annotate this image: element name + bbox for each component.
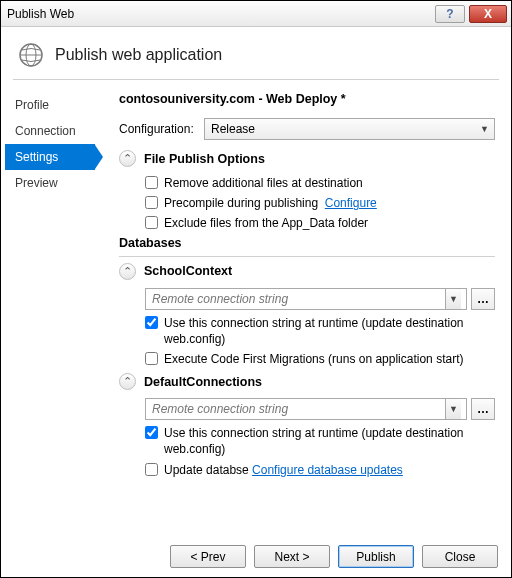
schoolcontext-browse-button[interactable]: … (471, 288, 495, 310)
close-window-button[interactable]: X (469, 5, 507, 23)
configuration-row: Configuration: Release ▼ (119, 118, 495, 140)
prev-button[interactable]: < Prev (170, 545, 246, 568)
help-button[interactable]: ? (435, 5, 465, 23)
file-publish-header[interactable]: ⌃ File Publish Options (119, 150, 495, 167)
window-title: Publish Web (7, 7, 435, 21)
wizard-sidebar: Profile Connection Settings Preview (5, 92, 101, 482)
defaultconnections-opts: Use this connection string at runtime (u… (119, 425, 495, 478)
sidebar-item-preview[interactable]: Preview (5, 170, 95, 196)
configure-db-updates-link[interactable]: Configure database updates (252, 463, 403, 477)
schoolcontext-opts: Use this connection string at runtime (u… (119, 315, 495, 368)
defaultconnections-browse-button[interactable]: … (471, 398, 495, 420)
schoolcontext-connection-input[interactable]: Remote connection string ▼ (145, 288, 467, 310)
dialog-footer: < Prev Next > Publish Close (170, 545, 498, 568)
publish-button[interactable]: Publish (338, 545, 414, 568)
collapse-icon: ⌃ (119, 150, 136, 167)
sidebar-item-connection[interactable]: Connection (5, 118, 95, 144)
chevron-down-icon: ▼ (480, 124, 489, 134)
dialog-body: Profile Connection Settings Preview cont… (1, 80, 511, 482)
schoolcontext-migrations-checkbox[interactable]: Execute Code First Migrations (runs on a… (145, 351, 495, 367)
schoolcontext-use-conn-checkbox[interactable]: Use this connection string at runtime (u… (145, 315, 495, 347)
chevron-down-icon: ▼ (445, 289, 461, 309)
precompile-checkbox[interactable]: Precompile during publishing Configure (145, 195, 495, 211)
sidebar-item-settings[interactable]: Settings (5, 144, 95, 170)
defaultconnections-conn-row: Remote connection string ▼ … (145, 398, 495, 420)
profile-title: contosouniversity.com - Web Deploy * (119, 92, 495, 106)
file-publish-title: File Publish Options (144, 152, 265, 166)
defaultconnections-update-db-checkbox[interactable]: Update databse Configure database update… (145, 462, 495, 478)
exclude-appdata-checkbox[interactable]: Exclude files from the App_Data folder (145, 215, 495, 231)
file-publish-body: Remove additional files at destination P… (119, 175, 495, 232)
schoolcontext-conn-row: Remote connection string ▼ … (145, 288, 495, 310)
collapse-icon: ⌃ (119, 373, 136, 390)
schoolcontext-header[interactable]: ⌃ SchoolContext (119, 263, 495, 280)
dialog-header: Publish web application (1, 27, 511, 79)
title-bar: Publish Web ? X (1, 1, 511, 27)
collapse-icon: ⌃ (119, 263, 136, 280)
sidebar-item-profile[interactable]: Profile (5, 92, 95, 118)
globe-icon (17, 41, 45, 69)
configuration-label: Configuration: (119, 122, 204, 136)
main-panel: contosouniversity.com - Web Deploy * Con… (101, 92, 495, 482)
defaultconnections-title: DefaultConnections (144, 375, 262, 389)
dialog-title: Publish web application (55, 46, 222, 64)
remove-files-checkbox[interactable]: Remove additional files at destination (145, 175, 495, 191)
chevron-down-icon: ▼ (445, 399, 461, 419)
close-button[interactable]: Close (422, 545, 498, 568)
next-button[interactable]: Next > (254, 545, 330, 568)
defaultconnections-header[interactable]: ⌃ DefaultConnections (119, 373, 495, 390)
divider (119, 256, 495, 257)
databases-title: Databases (119, 236, 495, 250)
configure-precompile-link[interactable]: Configure (325, 196, 377, 210)
defaultconnections-connection-input[interactable]: Remote connection string ▼ (145, 398, 467, 420)
schoolcontext-title: SchoolContext (144, 264, 232, 278)
configuration-select[interactable]: Release ▼ (204, 118, 495, 140)
defaultconnections-use-conn-checkbox[interactable]: Use this connection string at runtime (u… (145, 425, 495, 457)
